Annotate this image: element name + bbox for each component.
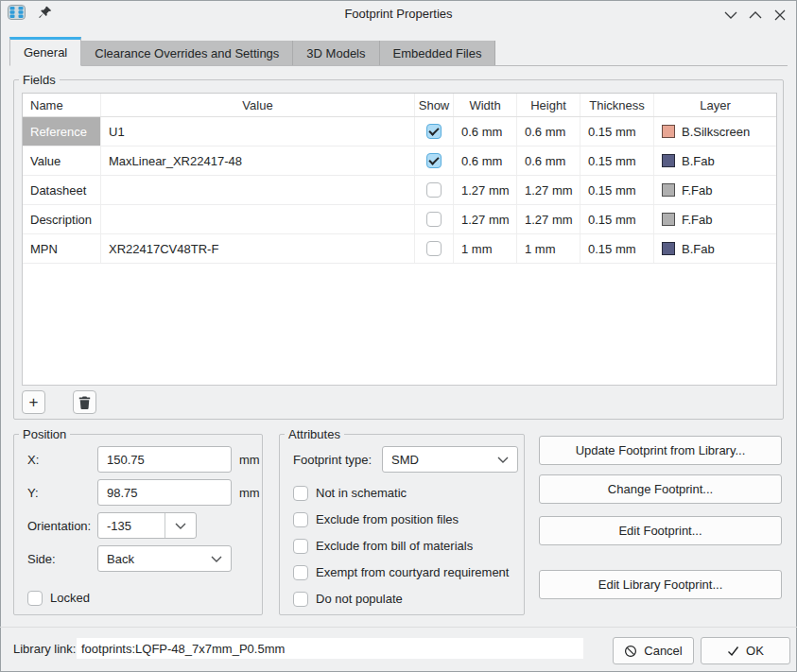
field-value-cell[interactable]: XR22417CV48TR-F <box>101 234 415 263</box>
layer-color-swatch <box>662 125 675 138</box>
field-name-cell[interactable]: Description <box>23 205 101 233</box>
titlebar: Footprint Properties <box>0 0 797 28</box>
field-width-cell[interactable]: 0.6 mm <box>454 117 517 146</box>
exempt-courtyard-checkbox[interactable] <box>293 565 308 580</box>
library-link-label: Library link: <box>13 642 76 656</box>
locked-label: Locked <box>50 591 90 605</box>
position-group-label: Position <box>19 426 70 442</box>
orientation-combobox[interactable] <box>97 512 197 539</box>
library-link-value: footprints:LQFP-48_7x7mm_P0.5mm <box>77 638 583 659</box>
field-name-cell[interactable]: Datasheet <box>23 176 101 204</box>
edit-library-footprint-button[interactable]: Edit Library Footprint... <box>539 570 782 599</box>
field-width-cell[interactable]: 1.27 mm <box>454 205 517 233</box>
field-layer-cell[interactable]: B.Silkscreen <box>654 117 776 146</box>
field-height-cell[interactable]: 0.6 mm <box>517 146 580 175</box>
exclude-position-files-checkbox[interactable] <box>293 512 308 527</box>
field-thickness-cell[interactable]: 0.15 mm <box>580 234 654 263</box>
not-in-schematic-checkbox[interactable] <box>293 486 308 501</box>
field-layer-cell[interactable]: F.Fab <box>654 176 776 204</box>
column-header-show: Show <box>415 94 454 116</box>
cancel-label: Cancel <box>644 644 682 658</box>
field-layer-cell[interactable]: B.Fab <box>654 146 776 175</box>
field-show-cell <box>415 146 454 175</box>
field-layer-cell[interactable]: F.Fab <box>654 205 776 233</box>
tab-embedded-files[interactable]: Embedded Files <box>380 41 496 65</box>
field-show-cell <box>415 176 454 204</box>
y-input[interactable] <box>97 479 232 506</box>
do-not-populate-checkbox[interactable] <box>293 592 308 607</box>
edit-footprint-button[interactable]: Edit Footprint... <box>539 516 782 545</box>
tab-3d-models[interactable]: 3D Models <box>293 41 379 65</box>
add-field-button[interactable]: + <box>22 390 45 414</box>
fields-table: Name Value Show Width Height Thickness L… <box>22 93 777 386</box>
attributes-group: Attributes Footprint type: SMD Not in sc… <box>279 434 525 615</box>
table-row-mpn: MPN XR22417CV48TR-F 1 mm 1 mm 0.15 mm B.… <box>23 234 776 264</box>
cancel-button[interactable]: Cancel <box>613 637 694 664</box>
field-value-cell[interactable] <box>101 176 415 204</box>
update-footprint-from-library-button[interactable]: Update Footprint from Library... <box>539 436 782 465</box>
delete-field-button[interactable] <box>73 390 96 414</box>
chevron-down-icon <box>211 556 222 562</box>
column-header-height: Height <box>517 94 580 116</box>
field-show-cell <box>415 117 454 146</box>
field-value-cell[interactable]: U1 <box>101 117 415 146</box>
exclude-bom-checkbox[interactable] <box>293 539 308 554</box>
field-layer-cell[interactable]: B.Fab <box>654 234 776 263</box>
change-footprint-button[interactable]: Change Footprint... <box>539 474 782 504</box>
field-width-cell[interactable]: 1.27 mm <box>454 176 517 204</box>
trash-icon <box>78 396 91 409</box>
field-thickness-cell[interactable]: 0.15 mm <box>580 176 654 204</box>
layer-color-swatch <box>662 183 675 197</box>
field-height-cell[interactable]: 1.27 mm <box>517 176 580 204</box>
show-checkbox[interactable] <box>426 241 442 256</box>
ok-label: OK <box>746 644 764 658</box>
field-show-cell <box>415 234 454 263</box>
tab-clearance-overrides[interactable]: Clearance Overrides and Settings <box>81 41 293 65</box>
tab-general[interactable]: General <box>9 37 81 66</box>
show-checkbox[interactable] <box>426 153 442 168</box>
layer-name: B.Fab <box>682 242 715 256</box>
window-close-button[interactable] <box>772 8 788 23</box>
window-maximize-button[interactable] <box>748 8 763 23</box>
window-shade-button[interactable] <box>723 8 738 23</box>
column-header-thickness: Thickness <box>580 94 654 116</box>
table-row-reference: Reference U1 0.6 mm 0.6 mm 0.15 mm B.Sil… <box>23 117 776 146</box>
show-checkbox[interactable] <box>426 124 442 139</box>
footprint-type-dropdown[interactable]: SMD <box>382 446 518 473</box>
field-width-cell[interactable]: 1 mm <box>454 234 517 263</box>
side-value: Back <box>107 552 134 566</box>
show-checkbox[interactable] <box>426 182 442 198</box>
field-height-cell[interactable]: 0.6 mm <box>517 117 580 146</box>
field-value-cell[interactable] <box>101 205 415 233</box>
show-checkbox[interactable] <box>426 212 442 227</box>
column-header-value: Value <box>101 94 415 116</box>
column-header-layer: Layer <box>654 94 776 116</box>
y-unit: mm <box>239 486 260 500</box>
field-name-cell[interactable]: Value <box>23 146 101 175</box>
footprint-type-value: SMD <box>391 453 419 467</box>
x-input[interactable] <box>97 446 232 473</box>
orientation-input[interactable] <box>98 519 165 533</box>
not-in-schematic-label: Not in schematic <box>316 486 407 500</box>
field-width-cell[interactable]: 0.6 mm <box>454 146 517 175</box>
exclude-position-files-label: Exclude from position files <box>316 512 459 526</box>
side-dropdown[interactable]: Back <box>97 545 232 572</box>
field-thickness-cell[interactable]: 0.15 mm <box>580 205 654 233</box>
exempt-courtyard-label: Exempt from courtyard requirement <box>316 565 509 579</box>
field-name-cell[interactable]: MPN <box>23 234 101 263</box>
chevron-down-icon[interactable] <box>165 523 196 529</box>
library-actions: Update Footprint from Library... Change … <box>539 431 782 620</box>
field-height-cell[interactable]: 1.27 mm <box>517 205 580 233</box>
locked-checkbox[interactable] <box>27 591 43 606</box>
field-show-cell <box>415 205 454 233</box>
field-value-cell[interactable]: MaxLinear_XR22417-48 <box>101 146 415 175</box>
layer-name: B.Silkscreen <box>682 125 750 139</box>
field-name-cell[interactable]: Reference <box>23 117 101 146</box>
layer-color-swatch <box>662 213 675 226</box>
ok-button[interactable]: OK <box>701 637 790 664</box>
layer-name: B.Fab <box>682 154 715 168</box>
field-height-cell[interactable]: 1 mm <box>517 234 580 263</box>
field-thickness-cell[interactable]: 0.15 mm <box>580 117 654 146</box>
field-thickness-cell[interactable]: 0.15 mm <box>580 146 654 175</box>
layer-name: F.Fab <box>682 183 713 198</box>
